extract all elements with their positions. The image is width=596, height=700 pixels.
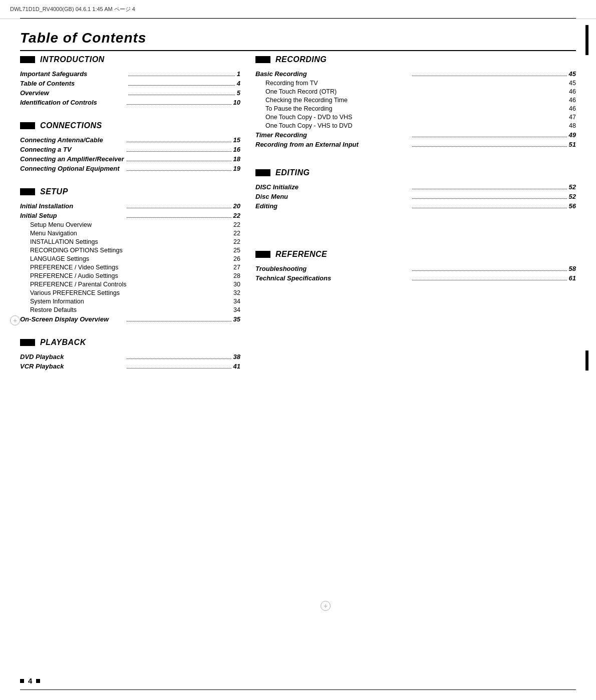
reg-mark-left bbox=[10, 315, 20, 325]
section-setup: SETUP Initial Installation 20 Initial Se… bbox=[20, 187, 240, 323]
entry-page: 45 bbox=[569, 70, 576, 78]
sub-page: 22 bbox=[228, 238, 240, 245]
introduction-bar bbox=[20, 56, 35, 63]
entry-dots bbox=[127, 161, 231, 161]
entry-page: 18 bbox=[233, 155, 240, 163]
entry-page: 35 bbox=[233, 315, 240, 323]
right-bar-mid bbox=[585, 351, 588, 371]
entry-page: 41 bbox=[233, 363, 240, 370]
sub-page: 34 bbox=[228, 306, 240, 313]
entry-label: On-Screen Display Overview bbox=[20, 315, 125, 323]
header-bar: DWL71D1D_RV4000(GB) 04.6.1 1:45 AM ページ 4 bbox=[0, 0, 596, 19]
entry-dots bbox=[127, 151, 231, 152]
toc-entry-dvd: DVD Playback 38 bbox=[20, 353, 240, 361]
sub-page: 32 bbox=[228, 289, 240, 296]
entry-dots bbox=[127, 359, 231, 359]
bottom-line bbox=[20, 689, 576, 690]
footer-page-number: 4 bbox=[28, 676, 32, 685]
sub-entry-vhs-to-dvd: One Touch Copy - VHS to DVD 48 bbox=[255, 122, 576, 129]
toc-entry-overview: Overview 5 bbox=[20, 89, 240, 97]
toc-entry-disc-menu: Disc Menu 52 bbox=[255, 193, 576, 200]
reference-bar bbox=[255, 251, 270, 258]
sub-entry-system-info: System Information 34 bbox=[20, 298, 240, 305]
entry-label: Technical Specifications bbox=[255, 274, 410, 282]
toc-entry-safeguards: Important Safeguards 1 bbox=[20, 70, 240, 78]
toc-entry-initial-install: Initial Installation 20 bbox=[20, 202, 240, 210]
recording-title: RECORDING bbox=[275, 55, 327, 64]
toc-entry-external-input: Recording from an External Input 51 bbox=[255, 141, 576, 148]
sub-page: 26 bbox=[228, 255, 240, 262]
toc-entry-onscreen: On-Screen Display Overview 35 bbox=[20, 315, 240, 323]
toc-entry-optional: Connecting Optional Equipment 19 bbox=[20, 165, 240, 172]
entry-label: Recording from an External Input bbox=[255, 141, 410, 148]
sub-label: One Touch Copy - VHS to DVD bbox=[265, 122, 563, 129]
entry-dots bbox=[127, 170, 231, 171]
toc-entry-timer-recording: Timer Recording 49 bbox=[255, 131, 576, 139]
entry-label: Basic Recording bbox=[255, 70, 410, 78]
entry-page: 22 bbox=[233, 212, 240, 219]
reference-title: REFERENCE bbox=[275, 250, 327, 259]
sub-entry-menu-nav: Menu Navigation 22 bbox=[20, 230, 240, 237]
entry-label: Table of Contents bbox=[20, 80, 126, 87]
entry-page: 4 bbox=[237, 80, 240, 87]
content-area: INTRODUCTION Important Safeguards 1 Tabl… bbox=[20, 55, 576, 385]
section-playback: PLAYBACK DVD Playback 38 VCR Playback 41 bbox=[20, 338, 240, 370]
sub-entry-pref-video: PREFERENCE / Video Settings 27 bbox=[20, 264, 240, 271]
entry-page: 20 bbox=[233, 202, 240, 210]
entry-dots bbox=[128, 95, 234, 95]
entry-dots bbox=[127, 104, 231, 105]
entry-label: Initial Setup bbox=[20, 212, 125, 219]
entry-dots bbox=[128, 85, 234, 86]
sub-page: 46 bbox=[563, 105, 576, 112]
sub-page: 45 bbox=[563, 80, 576, 87]
sub-label: INSTALLATION Settings bbox=[30, 238, 228, 245]
page-footer: 4 bbox=[20, 676, 576, 685]
entry-page: 58 bbox=[569, 265, 576, 272]
setup-title: SETUP bbox=[40, 187, 68, 196]
toc-entry-antenna: Connecting Antenna/Cable 15 bbox=[20, 136, 240, 144]
entry-page: 52 bbox=[569, 193, 576, 200]
entry-page: 38 bbox=[233, 353, 240, 361]
left-column: INTRODUCTION Important Safeguards 1 Tabl… bbox=[20, 55, 240, 385]
entry-dots bbox=[412, 137, 567, 137]
sub-entry-restore: Restore Defaults 34 bbox=[20, 306, 240, 313]
entry-label: Important Safeguards bbox=[20, 70, 126, 78]
connections-title: CONNECTIONS bbox=[40, 121, 102, 130]
entry-page: 61 bbox=[569, 274, 576, 282]
entry-dots bbox=[412, 76, 567, 76]
sub-label: To Pause the Recording bbox=[265, 105, 563, 112]
sub-entry-pref-parental: PREFERENCE / Parental Controls 30 bbox=[20, 281, 240, 288]
toc-entry-basic-recording: Basic Recording 45 bbox=[255, 70, 576, 78]
footer-square-right bbox=[36, 679, 40, 683]
entry-label: DVD Playback bbox=[20, 353, 125, 361]
entry-label: Disc Menu bbox=[255, 193, 410, 200]
entry-label: DISC Initialize bbox=[255, 183, 410, 191]
section-connections: CONNECTIONS Connecting Antenna/Cable 15 … bbox=[20, 121, 240, 172]
sub-label: Recording from TV bbox=[265, 80, 563, 87]
introduction-title: INTRODUCTION bbox=[40, 55, 105, 64]
entry-page: 52 bbox=[569, 183, 576, 191]
reg-mark-right bbox=[321, 601, 331, 611]
entry-page: 49 bbox=[569, 131, 576, 139]
sub-page: 28 bbox=[228, 272, 240, 279]
toc-entry-vcr: VCR Playback 41 bbox=[20, 363, 240, 370]
toc-entry-initial-setup: Initial Setup 22 bbox=[20, 212, 240, 219]
entry-page: 16 bbox=[233, 146, 240, 153]
entry-page: 1 bbox=[237, 70, 240, 78]
entry-label: Connecting Optional Equipment bbox=[20, 165, 125, 172]
entry-label: Identification of Controls bbox=[20, 99, 125, 106]
section-editing: EDITING DISC Initialize 52 Disc Menu 52 … bbox=[255, 168, 576, 210]
sub-label: RECORDING OPTIONS Settings bbox=[30, 247, 228, 254]
sub-label: One Touch Record (OTR) bbox=[265, 88, 563, 95]
sub-page: 47 bbox=[563, 114, 576, 121]
entry-label: Troubleshooting bbox=[255, 265, 410, 272]
entry-page: 19 bbox=[233, 165, 240, 172]
recording-header: RECORDING bbox=[255, 55, 576, 64]
editing-header: EDITING bbox=[255, 168, 576, 177]
toc-entry-editing: Editing 56 bbox=[255, 202, 576, 210]
playback-bar bbox=[20, 339, 35, 346]
entry-label: Overview bbox=[20, 89, 126, 97]
setup-bar bbox=[20, 188, 35, 195]
sub-page: 34 bbox=[228, 298, 240, 305]
sub-label: One Touch Copy - DVD to VHS bbox=[265, 114, 563, 121]
